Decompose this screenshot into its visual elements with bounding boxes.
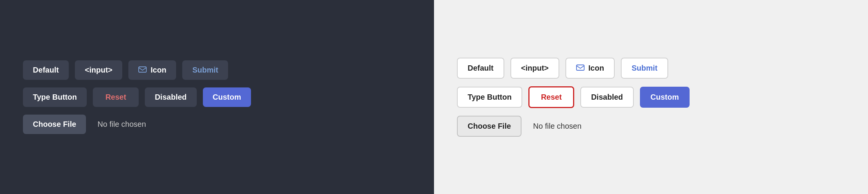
envelope-icon-light: [576, 64, 585, 73]
dark-row-3: Choose File No file chosen: [23, 115, 146, 134]
svg-rect-1: [577, 65, 584, 70]
light-input-button[interactable]: <input>: [510, 58, 559, 79]
light-icon-button[interactable]: Icon: [565, 58, 615, 79]
dark-choosefile-button[interactable]: Choose File: [23, 115, 86, 134]
light-icon-button-label: Icon: [588, 64, 604, 73]
dark-reset-button[interactable]: Reset: [93, 87, 139, 107]
light-panel: Default <input> Icon Submit Type Button …: [434, 0, 868, 194]
light-default-button[interactable]: Default: [457, 58, 504, 79]
light-disabled-button[interactable]: Disabled: [580, 87, 633, 108]
dark-icon-button[interactable]: Icon: [128, 60, 176, 80]
dark-disabled-button[interactable]: Disabled: [145, 87, 196, 107]
svg-rect-0: [139, 67, 146, 72]
dark-input-button[interactable]: <input>: [75, 60, 122, 80]
light-row-3: Choose File No file chosen: [457, 116, 581, 137]
dark-panel: Default <input> Icon Submit Type Button …: [0, 0, 434, 194]
dark-default-button[interactable]: Default: [23, 60, 69, 80]
dark-nofile-text: No file chosen: [97, 120, 146, 129]
light-submit-button[interactable]: Submit: [621, 58, 668, 79]
dark-custom-button[interactable]: Custom: [203, 87, 251, 107]
dark-row-1: Default <input> Icon Submit: [23, 60, 228, 80]
envelope-icon: [138, 66, 147, 74]
light-nofile-text: No file chosen: [533, 122, 581, 131]
light-choosefile-button[interactable]: Choose File: [457, 116, 521, 137]
dark-submit-button[interactable]: Submit: [182, 60, 228, 80]
light-typebutton-button[interactable]: Type Button: [457, 87, 522, 108]
light-row-2: Type Button Reset Disabled Custom: [457, 86, 690, 108]
dark-typebutton-button[interactable]: Type Button: [23, 87, 87, 107]
light-custom-button[interactable]: Custom: [640, 87, 690, 108]
light-row-1: Default <input> Icon Submit: [457, 58, 668, 79]
dark-row-2: Type Button Reset Disabled Custom: [23, 87, 251, 107]
dark-icon-button-label: Icon: [151, 66, 166, 74]
light-reset-button[interactable]: Reset: [528, 86, 574, 108]
